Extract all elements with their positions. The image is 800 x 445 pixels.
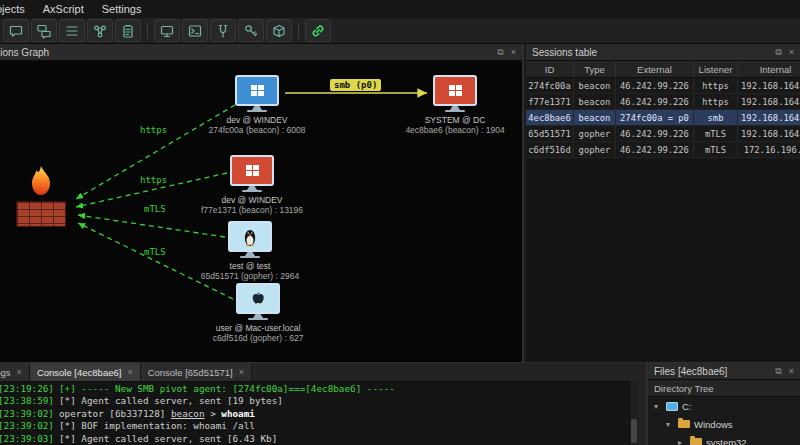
menu-axscript[interactable]: AxScript — [34, 0, 93, 18]
node-host-label: user @ Mac-user.local — [193, 323, 323, 333]
monitor-base — [247, 110, 267, 112]
session-row-65d51571[interactable]: 65d51571gopher 46.242.99.226mTLS 192.168… — [526, 126, 800, 142]
close-icon[interactable]: × — [17, 367, 22, 377]
console-command-line: [23:39:02]operator [6b337128] beacon > w… — [0, 408, 630, 420]
tasks-icon[interactable] — [115, 19, 141, 42]
sessions-table-title: Sessions table — [532, 47, 597, 58]
edge-label-https: https — [140, 175, 167, 185]
windows-computer-icon — [235, 75, 279, 106]
monitor-base — [242, 190, 262, 192]
scrollbar-thumb[interactable] — [631, 419, 637, 443]
sessions-graph-panel: Sessions Graph ⧉ × — [0, 44, 524, 363]
windows-computer-icon — [433, 75, 477, 106]
monitor-stand — [253, 314, 263, 318]
session-node-4ec8bae6[interactable]: SYSTEM @ DC 4ec8bae6 (beacon) : 1904 — [390, 75, 520, 135]
close-icon[interactable]: × — [789, 48, 794, 57]
console-scrollbar[interactable] — [629, 381, 638, 445]
credentials-keys-icon[interactable] — [238, 19, 264, 42]
graph-panel-title: Sessions Graph — [0, 47, 49, 58]
maximize-icon[interactable]: ⧉ — [497, 48, 503, 57]
console-line: [23:19:26][+] ----- New SMB pivot agent:… — [0, 383, 630, 395]
mac-computer-icon — [236, 283, 280, 314]
toolbar-separator — [147, 23, 148, 39]
chevron-down-icon[interactable]: ▾ — [666, 420, 674, 429]
node-info-label: c6df516d (gopher) : 627 — [193, 333, 323, 343]
chevron-down-icon[interactable]: ▾ — [654, 402, 662, 411]
brick-wall-icon — [16, 201, 66, 227]
chat-icon[interactable] — [3, 19, 29, 42]
session-row-4ec8bae6[interactable]: 4ec8bae6beacon 274fc00a = p0smb 192.168.… — [526, 110, 800, 126]
graph-canvas[interactable]: https https mTLS mTLS smb (p0) — [0, 61, 522, 363]
maximize-icon[interactable]: ⧉ — [775, 48, 781, 57]
apple-logo-icon — [250, 290, 266, 308]
windows-logo-icon — [449, 85, 462, 96]
session-row-f77e1371[interactable]: f77e1371beacon 46.242.99.226https 192.16… — [526, 94, 800, 110]
tree-item-c-drive[interactable]: ▾ C: — [648, 397, 800, 415]
files-panel-title: Files [4ec8bae6] — [654, 366, 727, 377]
node-host-label: dev @ WINDEV — [187, 195, 317, 205]
firewall-icon — [14, 165, 68, 227]
node-info-label: f77e1371 (beacon) : 13196 — [187, 205, 317, 215]
col-listener[interactable]: Listener — [694, 61, 738, 77]
session-node-65d51571[interactable]: test @ test 65d51571 (gopher) : 2964 — [185, 221, 315, 281]
col-internal[interactable]: Internal — [738, 61, 800, 77]
windows-computer-icon — [230, 155, 274, 186]
tree-item-system32[interactable]: ▸ system32 — [648, 433, 800, 445]
menu-projects[interactable]: Projects — [0, 0, 34, 18]
terminal-icon[interactable] — [182, 19, 208, 42]
broadcast-chat-icon[interactable] — [31, 19, 57, 42]
files-panel: Files [4ec8bae6] ⧉ × Directory Tree ▾ C:… — [646, 363, 800, 445]
tux-penguin-icon — [243, 227, 257, 247]
node-host-label: test @ test — [185, 261, 315, 271]
sessions-table-panel: Sessions table ⧉ × ID Type External List… — [526, 44, 800, 363]
close-icon[interactable]: × — [511, 48, 516, 57]
vertical-splitter[interactable] — [638, 363, 646, 445]
remote-desktop-icon[interactable] — [154, 19, 180, 42]
sessions-graph-icon[interactable] — [87, 19, 113, 42]
tab-console-4ec8bae6[interactable]: Console [4ec8bae6] × — [30, 363, 141, 381]
col-external[interactable]: External — [616, 61, 694, 77]
drive-icon — [666, 402, 678, 411]
sessions-table-header: Sessions table ⧉ × — [526, 44, 800, 61]
chevron-right-icon[interactable]: ▸ — [678, 438, 686, 445]
close-icon[interactable]: × — [789, 367, 794, 376]
console-tab-bar: Logs × Console [4ec8bae6] × Console [65d… — [0, 363, 638, 382]
connect-link-icon[interactable] — [305, 19, 331, 42]
session-node-f77e1371[interactable]: dev @ WINDEV f77e1371 (beacon) : 13196 — [187, 155, 317, 215]
node-host-label: SYSTEM @ DC — [390, 115, 520, 125]
edge-label-mtls: mTLS — [144, 247, 166, 257]
windows-logo-icon — [251, 85, 264, 96]
linux-computer-icon — [228, 221, 272, 252]
toolbar-separator — [298, 23, 299, 39]
tab-logs[interactable]: Logs × — [0, 363, 30, 381]
maximize-icon[interactable]: ⧉ — [775, 367, 781, 376]
tab-console-65d51571[interactable]: Console [65d51571] × — [141, 363, 252, 381]
monitor-base — [445, 110, 465, 112]
menu-settings[interactable]: Settings — [93, 0, 151, 18]
session-row-c6df516d[interactable]: c6df516dgopher 46.242.99.226mTLS 172.16.… — [526, 142, 800, 158]
folder-icon — [690, 438, 702, 445]
edge-label-smb-pivot: smb (p0) — [330, 79, 381, 91]
close-icon[interactable]: × — [239, 367, 244, 377]
monitor-stand — [245, 252, 255, 256]
node-info-label: 4ec8bae6 (beacon) : 1904 — [390, 125, 520, 135]
edge-label-mtls: mTLS — [144, 204, 166, 214]
monitor-stand — [247, 186, 257, 190]
monitor-stand — [252, 106, 262, 110]
col-id[interactable]: ID — [526, 61, 574, 77]
graph-panel-header: Sessions Graph ⧉ × — [0, 44, 522, 61]
c2-client-window: Projects AxScript Settings — [0, 0, 800, 445]
tunnels-icon[interactable] — [210, 19, 236, 42]
tree-item-windows[interactable]: ▾ Windows — [648, 415, 800, 433]
session-node-c6df516d[interactable]: user @ Mac-user.local c6df516d (gopher) … — [193, 283, 323, 343]
session-row-274fc00a[interactable]: 274fc00abeacon 46.242.99.226https 192.16… — [526, 78, 800, 94]
col-type[interactable]: Type — [574, 61, 616, 77]
console-panel: Logs × Console [4ec8bae6] × Console [65d… — [0, 363, 638, 445]
close-icon[interactable]: × — [127, 367, 132, 377]
session-node-274fc00a[interactable]: dev @ WINDEV 274fc00a (beacon) : 6008 — [192, 75, 322, 135]
node-info-label: 65d51571 (gopher) : 2964 — [185, 271, 315, 281]
flame-icon — [21, 165, 61, 201]
sessions-list-icon[interactable] — [59, 19, 85, 42]
downloads-package-icon[interactable] — [266, 19, 292, 42]
folder-icon — [678, 420, 690, 428]
